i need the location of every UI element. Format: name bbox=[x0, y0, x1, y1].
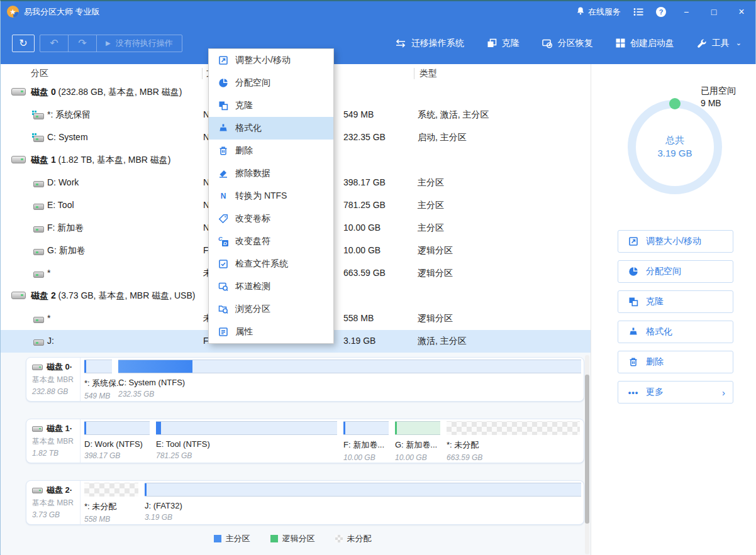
partition-block-c-system[interactable]: C: System (NTFS) 232.35 GB bbox=[118, 360, 581, 401]
disk-size: 1.82 TB bbox=[32, 449, 80, 458]
menu-item-change-letter[interactable]: CD 改变盘符 bbox=[209, 230, 333, 253]
menu-item-explore-partition[interactable]: 浏览分区 bbox=[209, 298, 333, 321]
menu-item-resize-move[interactable]: 调整大小/移动 bbox=[209, 49, 333, 72]
partition-label: * bbox=[47, 268, 50, 278]
unallocated-swatch bbox=[335, 535, 343, 542]
menu-list-icon[interactable] bbox=[627, 1, 650, 22]
partition-recovery-icon bbox=[542, 38, 553, 48]
partition-block-unallocated-disk2[interactable]: *: 未分配 558 MB bbox=[84, 483, 138, 524]
maximize-button[interactable]: □ bbox=[700, 1, 728, 22]
disk-name: 磁盘 1· bbox=[47, 423, 72, 434]
partition-block-j-fat32[interactable]: J: (FAT32) 3.19 GB bbox=[145, 483, 581, 524]
refresh-button[interactable]: ↻ bbox=[12, 35, 35, 52]
help-button[interactable]: ? bbox=[650, 1, 672, 22]
close-button[interactable]: × bbox=[728, 1, 755, 22]
menu-item-label: 格式化 bbox=[235, 123, 262, 134]
partition-icon bbox=[33, 226, 44, 233]
tag-icon bbox=[218, 214, 228, 224]
menu-item-allocate-space[interactable]: 分配空间 bbox=[209, 72, 333, 94]
partition-bar bbox=[84, 421, 150, 435]
disk-icon bbox=[32, 365, 43, 370]
type-value: 主分区 bbox=[418, 177, 444, 189]
type-value: 启动, 主分区 bbox=[418, 132, 467, 143]
resize-move-button[interactable]: 调整大小/移动 bbox=[618, 230, 733, 253]
partition-bar bbox=[156, 421, 337, 435]
chevron-right-icon: › bbox=[722, 387, 725, 398]
menu-item-delete[interactable]: 删除 bbox=[209, 140, 333, 162]
partition-icon bbox=[33, 204, 44, 210]
partition-block-d-work[interactable]: D: Work (NTFS) 398.17 GB bbox=[84, 421, 150, 463]
partition-block-system-reserved[interactable]: *: 系统保... 549 MB bbox=[84, 360, 112, 401]
partition-icon bbox=[33, 317, 44, 323]
capacity-value: 232.35 GB bbox=[343, 132, 386, 142]
delete-button[interactable]: 删除 bbox=[618, 351, 733, 373]
header-type: 类型 bbox=[414, 68, 437, 79]
partition-recovery-label: 分区恢复 bbox=[558, 38, 593, 49]
format-button[interactable]: 格式化 bbox=[618, 321, 733, 343]
toolbar: ↻ ↶ ↷ ▶ 没有待执行操作 迁移操作系统 克隆 分区恢复 bbox=[1, 22, 755, 64]
menu-item-bad-sector-test[interactable]: 坏道检测 bbox=[209, 275, 333, 298]
menu-item-label: 改变卷标 bbox=[235, 213, 270, 224]
allocate-space-label: 分配空间 bbox=[646, 266, 681, 277]
title-bar: ★ 易我分区大师 专业版 在线服务 ? − □ × bbox=[1, 1, 755, 22]
pending-operations-label: 没有待执行操作 bbox=[116, 38, 173, 49]
menu-item-wipe-data[interactable]: 擦除数据 bbox=[209, 162, 333, 185]
app-title: 易我分区大师 专业版 bbox=[24, 6, 100, 18]
partition-label: * bbox=[47, 313, 50, 323]
logical-partition-swatch bbox=[270, 535, 278, 542]
partition-block-f-volume[interactable]: F: 新加卷... 10.00 GB bbox=[343, 421, 389, 463]
migrate-os-button[interactable]: 迁移操作系统 bbox=[395, 38, 464, 49]
scrollbar-thumb[interactable] bbox=[585, 375, 589, 524]
context-menu: 调整大小/移动 分配空间 克隆 格式化 删除 擦除数据 N 转换为 NTFS 改 bbox=[208, 48, 334, 344]
disk-icon bbox=[11, 292, 26, 299]
check-filesystem-icon bbox=[218, 259, 228, 269]
allocate-space-icon bbox=[628, 267, 638, 277]
partition-label: G: 新加卷 bbox=[47, 245, 86, 256]
disk-map-panel: 磁盘 0· 基本盘 MBR 232.88 GB *: 系统保... 549 MB… bbox=[1, 353, 591, 555]
trash-icon bbox=[628, 357, 638, 367]
legend-label: 未分配 bbox=[347, 533, 372, 544]
clone-partition-button[interactable]: 克隆 bbox=[618, 290, 733, 313]
allocate-space-button[interactable]: 分配空间 bbox=[618, 260, 733, 283]
execute-button[interactable]: ▶ 没有待执行操作 bbox=[97, 38, 182, 49]
capacity-value: 549 MB bbox=[343, 109, 374, 119]
format-icon bbox=[628, 327, 638, 337]
partition-block-unallocated-disk1[interactable]: *: 未分配 663.59 GB bbox=[447, 421, 580, 463]
menu-item-convert-ntfs[interactable]: N 转换为 NTFS bbox=[209, 185, 333, 207]
legend: 主分区 逻辑分区 未分配 bbox=[1, 533, 584, 544]
menu-item-label: 检查文件系统 bbox=[235, 258, 288, 270]
play-icon: ▶ bbox=[106, 40, 111, 47]
redo-button[interactable]: ↷ bbox=[69, 35, 97, 52]
menu-item-properties[interactable]: 属性 bbox=[209, 321, 333, 343]
partition-block-e-tool[interactable]: E: Tool (NTFS) 781.25 GB bbox=[156, 421, 337, 463]
more-label: 更多 bbox=[646, 387, 664, 398]
partition-recovery-button[interactable]: 分区恢复 bbox=[542, 38, 593, 49]
bootable-media-label: 创建启动盘 bbox=[630, 38, 674, 49]
minimize-button[interactable]: − bbox=[672, 1, 700, 22]
resize-move-label: 调整大小/移动 bbox=[646, 236, 701, 247]
partition-icon bbox=[33, 339, 44, 346]
menu-item-label: 坏道检测 bbox=[235, 281, 270, 292]
online-service-button[interactable]: 在线服务 bbox=[570, 1, 627, 22]
bootable-media-button[interactable]: 创建启动盘 bbox=[616, 38, 674, 49]
menu-item-check-filesystem[interactable]: 检查文件系统 bbox=[209, 253, 333, 275]
more-button[interactable]: ••• 更多 › bbox=[618, 381, 733, 404]
clone-button[interactable]: 克隆 bbox=[487, 38, 520, 49]
type-value: 主分区 bbox=[418, 223, 444, 234]
undo-button[interactable]: ↶ bbox=[40, 35, 69, 52]
used-space-value: 9 MB bbox=[701, 97, 736, 109]
menu-item-change-label[interactable]: 改变卷标 bbox=[209, 207, 333, 230]
capacity-value: 558 MB bbox=[343, 313, 374, 323]
menu-item-format[interactable]: 格式化 bbox=[209, 117, 333, 140]
clone-icon bbox=[487, 38, 497, 48]
type-value: 主分区 bbox=[418, 200, 444, 211]
capacity-value: 781.25 GB bbox=[343, 200, 386, 210]
convert-ntfs-icon: N bbox=[218, 191, 228, 201]
vertical-scrollbar[interactable] bbox=[585, 355, 589, 554]
tools-button[interactable]: 工具 ⌄ bbox=[697, 38, 742, 49]
capacity-value: 663.59 GB bbox=[343, 268, 386, 278]
partition-bar bbox=[84, 360, 112, 373]
menu-item-clone[interactable]: 克隆 bbox=[209, 94, 333, 117]
menu-item-label: 删除 bbox=[235, 145, 253, 157]
partition-block-g-volume[interactable]: G: 新加卷... 10.00 GB bbox=[395, 421, 440, 463]
